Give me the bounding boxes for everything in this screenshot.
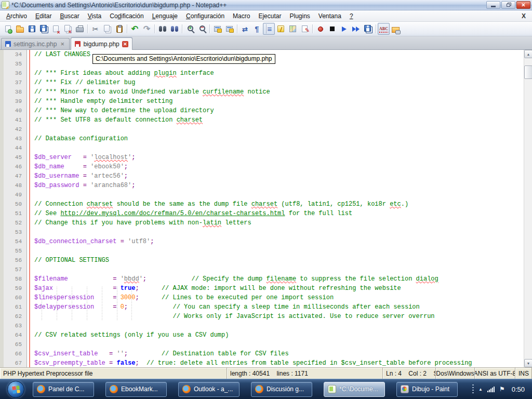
redo-icon-glyph: [143, 24, 150, 34]
tab-close-icon[interactable]: ✕: [122, 41, 128, 47]
zoom-in-icon[interactable]: [184, 23, 196, 35]
minimize-button[interactable]: [486, 1, 500, 9]
system-tray: ▲ ⚑ 0:50: [472, 384, 532, 394]
editor-area[interactable]: 3435363738394041424344454647484950515253…: [0, 50, 532, 367]
start-button[interactable]: [7, 381, 24, 398]
menu-item-buscar[interactable]: Buscar: [56, 11, 83, 21]
function-list-icon[interactable]: [299, 23, 311, 35]
taskbar-button-dibujopain[interactable]: Dibujo - Paint: [396, 382, 458, 397]
menu-item-macro[interactable]: Macro: [229, 11, 254, 21]
code-line: // *** New way to determine the upload d…: [27, 106, 524, 115]
open-file-icon-glyph: [16, 27, 24, 33]
undo-icon-glyph: [131, 24, 138, 34]
status-eol: Dos\Windows: [436, 368, 475, 379]
tab-settings.inc.php[interactable]: settings.inc.php✕: [1, 38, 70, 49]
tab-bigdump.php[interactable]: bigdump.php✕: [71, 37, 132, 50]
find-icon[interactable]: [156, 23, 168, 35]
print-icon[interactable]: [74, 23, 86, 35]
code-line: // Database configuration: [27, 134, 524, 143]
network-signal-icon[interactable]: [487, 386, 495, 392]
menu-item-ejecutar[interactable]: Ejecutar: [254, 11, 285, 21]
show-all-characters-icon[interactable]: [251, 23, 263, 35]
stop-macro-icon[interactable]: [326, 23, 338, 35]
line-number: 45: [0, 153, 26, 162]
menu-item-editar[interactable]: Editar: [31, 11, 56, 21]
close-file-icon[interactable]: [50, 23, 62, 35]
user-define-dialog-icon[interactable]: [275, 23, 287, 35]
tab-close-icon[interactable]: ✕: [59, 41, 65, 47]
cut-icon[interactable]: [89, 23, 101, 35]
close-button[interactable]: ✕: [516, 1, 530, 9]
menu-item-codificacin[interactable]: Codificación: [105, 11, 148, 21]
undo-icon[interactable]: [129, 23, 141, 35]
spell-check-icon[interactable]: [378, 23, 390, 35]
tab-label: settings.inc.php: [14, 41, 57, 48]
firefox-icon: [110, 385, 118, 393]
record-macro-icon[interactable]: [314, 23, 326, 35]
close-all-icon[interactable]: [62, 23, 74, 35]
scroll-up-button[interactable]: ▲: [524, 50, 532, 58]
code-line: // OPTIONAL SETTINGS: [27, 256, 524, 265]
zoom-out-icon[interactable]: [196, 23, 208, 35]
menu-item-configuracin[interactable]: Configuración: [182, 11, 229, 21]
line-number: 52: [0, 218, 26, 228]
indent-guide-icon-glyph: [266, 24, 272, 34]
vertical-scrollbar[interactable]: ▲ ▼: [524, 50, 532, 367]
scroll-down-button[interactable]: ▼: [524, 359, 532, 367]
menu-item-vista[interactable]: Vista: [84, 11, 105, 21]
firefox-icon: [37, 385, 45, 393]
code-line: // *** Minor fix to avoid Undefined vari…: [27, 87, 524, 97]
folder-as-workspace-icon[interactable]: [390, 23, 402, 35]
taskbar-button-cdocume[interactable]: *C:\Docume...: [324, 382, 385, 397]
save-macro-icon[interactable]: [362, 23, 374, 35]
status-position: Ln : 4 Col : 2 Sel : 0 | 0: [383, 368, 436, 379]
document-map-icon[interactable]: [287, 23, 299, 35]
code-content[interactable]: // LAST CHANGES// *** First ideas about …: [27, 50, 524, 367]
replace-icon[interactable]: [168, 23, 180, 35]
restore-button[interactable]: [501, 1, 515, 9]
play-macro-icon[interactable]: [338, 23, 350, 35]
open-file-icon[interactable]: [14, 23, 26, 35]
save-icon[interactable]: [26, 23, 38, 35]
menu-item-lenguaje[interactable]: Lenguaje: [148, 11, 182, 21]
taskbar-button-outlooka[interactable]: Outlook - a_...: [178, 382, 240, 397]
code-line: // Connection charset should be the same…: [27, 200, 524, 209]
new-file-icon[interactable]: [2, 23, 14, 35]
taskbar-button-discusing[interactable]: Discusión g...: [251, 382, 312, 397]
paste-icon[interactable]: [113, 23, 125, 35]
scrollbar-thumb[interactable]: [524, 65, 532, 79]
modified-lines-marker: [29, 50, 30, 367]
menu-item-archivo[interactable]: Archivo: [2, 11, 31, 21]
indent-guide-icon[interactable]: [263, 23, 275, 35]
taskbar-button-ebookmark[interactable]: EbookMark...: [105, 382, 167, 397]
run-macro-multiple-icon[interactable]: [350, 23, 362, 35]
copy-icon[interactable]: [101, 23, 113, 35]
sync-vertical-scroll-icon[interactable]: [211, 23, 223, 35]
save-all-icon[interactable]: [38, 23, 50, 35]
find-icon-glyph: [159, 26, 166, 32]
line-number: 64: [0, 330, 26, 340]
spell-check-icon-glyph: [379, 26, 388, 31]
notepadpp-icon: [328, 385, 336, 393]
tab-bar: settings.inc.php✕bigdump.php✕: [0, 36, 532, 50]
line-number: 39: [0, 97, 26, 106]
language-flag-icon[interactable]: ⚑: [499, 385, 505, 393]
document-close-button[interactable]: X: [517, 12, 530, 20]
title-bar: *C:\Documents and Settings\Antonio\Escri…: [0, 0, 532, 10]
menu-item-?[interactable]: ?: [345, 11, 357, 21]
code-line: [27, 125, 524, 134]
taskbar-button-paneldec[interactable]: Panel de C...: [33, 382, 94, 397]
taskbar-clock: 0:50: [512, 385, 525, 393]
menu-item-plugins[interactable]: Plugins: [285, 11, 314, 21]
word-wrap-icon[interactable]: [239, 23, 251, 35]
save-all-icon-glyph: [40, 25, 47, 32]
toolbar-separator: [154, 24, 155, 33]
taskbar: Panel de C...EbookMark...Outlook - a_...…: [0, 379, 532, 399]
code-line: $ajax = true; // AJAX mode: import will …: [27, 284, 524, 293]
redo-icon[interactable]: [141, 23, 153, 35]
menu-item-ventana[interactable]: Ventana: [314, 11, 345, 21]
sync-horizontal-scroll-icon[interactable]: [223, 23, 235, 35]
file-path-tooltip: C:\Documents and Settings\Antonio\Escrit…: [92, 54, 275, 64]
tray-expand-icon[interactable]: ▲: [478, 387, 483, 392]
toolbar-separator: [87, 24, 88, 33]
